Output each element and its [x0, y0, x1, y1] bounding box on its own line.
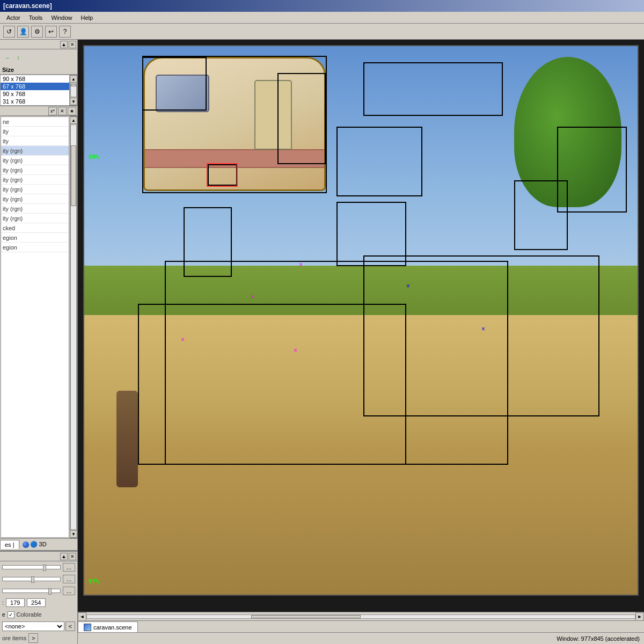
prop-name: ity (rgn) [1, 167, 69, 173]
prop-name: ity [1, 128, 69, 135]
props-panel-section: x* ✕ ★ ne ity ity ity (rgn) ity (rgn) it… [0, 106, 77, 551]
main-toolbar: ↺ 👤 ⚙ ↩ ? [0, 24, 644, 40]
size-list-scrollbar[interactable]: ▲ ▼ [70, 75, 77, 106]
lower-panel-close-btn[interactable]: ✕ [69, 553, 76, 560]
dots-btn-1[interactable]: ... [63, 563, 75, 572]
slider-thumb-2 [31, 576, 34, 583]
color-row: : [0, 597, 77, 609]
scroll-down-btn[interactable]: ▼ [70, 98, 77, 105]
size-panel-collapse-btn[interactable]: ▲ [60, 41, 68, 48]
size-panel-toolbar: → ↕ [0, 49, 77, 65]
list-item[interactable]: 90 x 768 [1, 75, 69, 83]
prop-row: cked [1, 223, 69, 233]
colorable-label-prefix: e [2, 612, 5, 618]
status-text: Window: 977x845 (accelerated) [557, 635, 640, 642]
colorable-row: e Colorable [0, 609, 77, 620]
scroll-track[interactable] [70, 125, 77, 530]
prop-name: ity [1, 138, 69, 144]
size-panel-section: ▲ ✕ → ↕ Size 90 x 768 67 x 768 90 x 768 … [0, 40, 77, 106]
slider-row-3: ... [0, 585, 77, 597]
none-dropdown[interactable]: <none> [2, 621, 64, 631]
props-scrollbar[interactable]: ▲ ▼ [70, 116, 77, 538]
tab-scene-label: caravan.scene [93, 624, 132, 631]
prop-row: ity [1, 136, 69, 146]
menu-help[interactable]: Help [77, 13, 98, 22]
toolbar-actor-btn[interactable]: 👤 [17, 26, 29, 38]
colorable-label: Colorable [17, 611, 42, 618]
dots-btn-3[interactable]: ... [63, 587, 75, 595]
tab-items[interactable]: es | [0, 540, 19, 549]
scene-canvas: 50% 97% × × × × × × [83, 45, 639, 596]
colorable-checkbox[interactable] [8, 611, 14, 618]
slider-thumb-3 [48, 588, 52, 595]
slider-track-2[interactable] [2, 577, 61, 581]
color-label: : [2, 600, 4, 606]
scroll-down-btn[interactable]: ▼ [70, 530, 77, 538]
menu-window[interactable]: Window [47, 13, 76, 22]
toolbar-undo-btn[interactable]: ↩ [45, 26, 57, 38]
h-scroll-left-btn[interactable]: ◄ [78, 612, 86, 621]
canvas-viewport[interactable]: 50% 97% × × × × × × [78, 40, 644, 612]
prop-name: ity (rgn) [1, 148, 69, 154]
prop-name: egion [1, 235, 69, 241]
menu-actor[interactable]: Actor [2, 13, 25, 22]
h-scroll-track[interactable] [86, 614, 635, 619]
x-icon-1[interactable]: x* [48, 107, 57, 115]
scroll-thumb [71, 145, 76, 206]
dots-btn-2[interactable]: ... [63, 575, 75, 583]
prop-row: ity (rgn) [1, 214, 69, 223]
more-items-btn[interactable]: > [28, 633, 38, 643]
menu-tools[interactable]: Tools [25, 13, 47, 22]
size-panel-header: ▲ ✕ [0, 40, 77, 49]
prop-name: ity (rgn) [1, 215, 69, 222]
scroll-up-btn[interactable]: ▲ [70, 75, 77, 83]
arrow-right-icon[interactable]: → [2, 53, 12, 62]
color-value-2[interactable] [27, 598, 46, 607]
lower-panel-collapse-btn[interactable]: ▲ [60, 553, 68, 560]
toolbar-help-btn[interactable]: ? [59, 26, 71, 38]
menu-bar: Actor Tools Window Help [0, 12, 644, 24]
scene-label-97: 97% [89, 578, 99, 585]
star-icon[interactable]: ★ [68, 107, 76, 115]
h-scroll-right-btn[interactable]: ► [635, 612, 644, 621]
list-item[interactable]: 31 x 768 [1, 98, 69, 105]
slider-row-2: ... [0, 573, 77, 585]
left-panel: ▲ ✕ → ↕ Size 90 x 768 67 x 768 90 x 768 … [0, 40, 78, 644]
scene-label-50: 50% [89, 153, 99, 160]
h-scrollbar: ◄ ► [78, 612, 644, 620]
props-panel-header: x* ✕ ★ [0, 106, 77, 116]
prop-row: ity (rgn) [1, 175, 69, 185]
prop-row: ne [1, 117, 69, 127]
slider-track-3[interactable] [2, 589, 61, 593]
slider-track-1[interactable] [2, 565, 61, 569]
prop-name: ity (rgn) [1, 157, 69, 164]
toolbar-refresh-btn[interactable]: ↺ [3, 26, 15, 38]
scroll-up-btn[interactable]: ▲ [70, 116, 77, 124]
prop-row-highlighted: ity (rgn) [1, 146, 69, 156]
slider-thumb-1 [43, 565, 46, 571]
arrow-updown-icon[interactable]: ↕ [13, 53, 23, 62]
scroll-track[interactable] [70, 83, 77, 97]
prop-name: ity (rgn) [1, 206, 69, 212]
canvas-area: 50% 97% × × × × × × ◄ ► caravan.scen [78, 40, 644, 644]
prop-row: egion [1, 243, 69, 252]
prop-row: egion [1, 233, 69, 243]
color-value-1[interactable] [6, 598, 25, 607]
caravan-object [143, 57, 326, 191]
nav-prev-btn[interactable]: < [65, 621, 75, 631]
tab-scene-icon [84, 624, 91, 631]
list-item[interactable]: 67 x 768 [1, 83, 69, 90]
slider-row-1: ... [0, 561, 77, 573]
x-icon-2[interactable]: ✕ [58, 107, 67, 115]
prop-row: ity (rgn) [1, 165, 69, 175]
tab-3d[interactable]: 🔵 3D [19, 540, 50, 549]
scene-tab[interactable]: caravan.scene [78, 621, 138, 632]
prop-row: ity (rgn) [1, 185, 69, 194]
main-layout: ▲ ✕ → ↕ Size 90 x 768 67 x 768 90 x 768 … [0, 40, 644, 644]
size-panel-close-btn[interactable]: ✕ [69, 41, 76, 48]
tree-top [514, 57, 621, 207]
prop-name: ity (rgn) [1, 196, 69, 202]
toolbar-settings-btn[interactable]: ⚙ [31, 26, 43, 38]
props-list-container: ne ity ity ity (rgn) ity (rgn) ity (rgn)… [0, 116, 77, 538]
list-item[interactable]: 90 x 768 [1, 90, 69, 98]
